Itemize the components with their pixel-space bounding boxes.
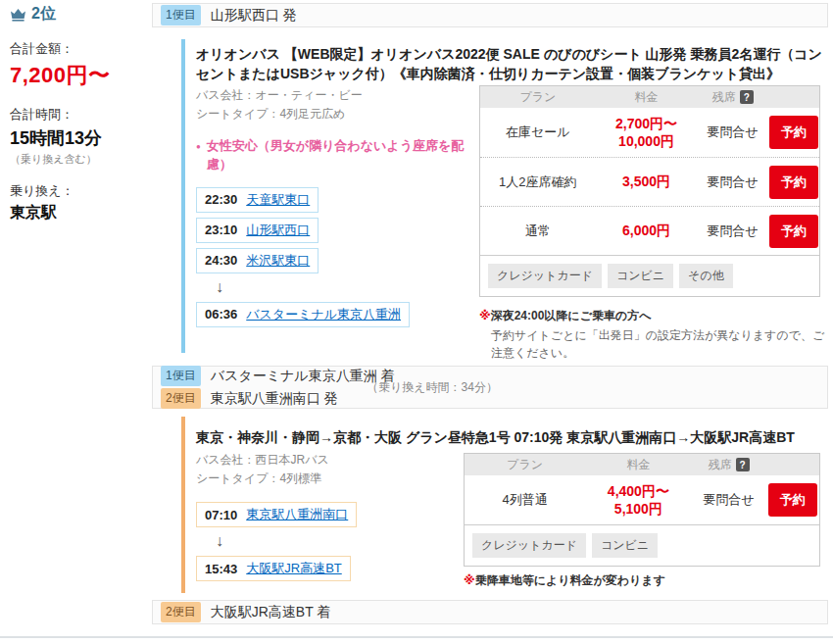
bus2-title: 東京・神奈川・静岡→京都・大阪 グラン昼特急1号 07:10発 東京駅八重洲南口…: [196, 428, 825, 448]
timeline-stop: 15:43 大阪駅JR高速BT: [196, 556, 478, 581]
down-arrow-icon: ↓: [216, 532, 478, 550]
plan-price-line1: 6,000円: [596, 222, 698, 239]
leg2-departure-title: 東京駅八重洲南口 発: [211, 390, 338, 408]
payment-tag: その他: [679, 264, 733, 288]
plan-row: 通常 6,000円 要問合せ 予約: [480, 206, 819, 255]
payment-tag: コンビニ: [608, 264, 673, 288]
plan-price-line1: 2,700円〜: [596, 115, 698, 132]
timeline-stop: 23:10 山形駅西口: [196, 218, 478, 243]
payment-tag: クレジットカード: [488, 264, 602, 288]
bus1-title: オリオンバス 【WEB限定】オリオンバス2022便 SALE のびのびシート 山…: [196, 45, 825, 83]
transfer-station: 東京駅: [10, 203, 149, 223]
plan-price: 2,700円〜 10,000円: [596, 115, 698, 150]
transfer-time: （乗り換え時間：34分）: [367, 379, 498, 396]
bus1-seat-type: シートタイプ：4列足元広め: [196, 105, 478, 124]
reserve-button[interactable]: 予約: [769, 215, 818, 248]
stop-time: 15:43: [205, 562, 237, 576]
payment-tag: コンビニ: [592, 533, 658, 558]
bus-search-result-card: 2位 合計金額： 7,200円〜 合計時間： 15時間13分 （乗り換え含む） …: [0, 0, 833, 644]
stop-time: 24:30: [205, 253, 237, 268]
price-table-header: プラン 料金 残席 ?: [465, 454, 819, 475]
bus1-details: バス会社：オー・ティー・ビー シートタイプ：4列足元広め ● 女性安心（男女が隣…: [196, 86, 478, 332]
leg1-departure-title: 山形駅西口 発: [211, 7, 297, 25]
plan-price-line1: 3,500円: [596, 173, 698, 190]
leg1-timeline-rail: [181, 39, 185, 353]
plan-row: 1人2座席確約 3,500円 要問合せ 予約: [480, 157, 819, 206]
plan-seats: 要問合せ: [692, 491, 766, 509]
plan-price: 6,000円: [596, 222, 698, 239]
stop-station-link[interactable]: 東京駅八重洲南口: [246, 506, 348, 523]
leg2-badge: 2便目: [161, 602, 201, 622]
bottom-divider: [0, 636, 833, 638]
stop-station-link[interactable]: バスターミナル東京八重洲: [246, 306, 401, 323]
plan-price: 3,500円: [596, 173, 698, 190]
timeline-stop: 24:30 米沢駅東口: [196, 248, 478, 273]
plan-row: 在庫セール 2,700円〜 10,000円 要問合せ 予約: [480, 108, 819, 157]
note-mark: ※: [464, 573, 475, 587]
bus1-feature: ● 女性安心（男女が隣り合わないよう座席を配慮）: [196, 137, 478, 173]
plan-row: 4列普通 4,400円〜 5,100円 要問合せ 予約: [465, 475, 819, 524]
payment-tag: クレジットカード: [472, 533, 586, 558]
rank-row: 2位: [10, 4, 149, 25]
payment-methods: クレジットカード コンビニ その他: [480, 255, 819, 296]
note-body: 予約サイトごとに「出発日」の設定方法が異なりますので、ご注意ください。: [491, 326, 826, 362]
leg1-departure-header: 1便目 山形駅西口 発: [152, 3, 828, 27]
stop-station-link[interactable]: 米沢駅東口: [246, 252, 310, 270]
plan-name: 在庫セール: [480, 124, 596, 141]
plan-price-line2: 5,100円: [585, 500, 692, 518]
bus2-company: バス会社：西日本JRバス: [196, 451, 478, 470]
bus2-details: バス会社：西日本JRバス シートタイプ：4列標準 07:10 東京駅八重洲南口 …: [196, 451, 478, 586]
bus1-company: バス会社：オー・ティー・ビー: [196, 86, 478, 105]
bus1-timeline: 22:30 天童駅東口 23:10 山形駅西口 24:30 米沢駅東口 ↓: [196, 187, 478, 327]
col-seats-label: 残席: [712, 89, 736, 106]
stop-station-link[interactable]: 大阪駅JR高速BT: [246, 560, 342, 577]
stop-station-link[interactable]: 天童駅東口: [246, 191, 310, 209]
crown-icon: [10, 8, 26, 22]
timeline-stop: 07:10 東京駅八重洲南口: [196, 502, 478, 527]
total-price-value: 7,200円〜: [10, 61, 149, 90]
plan-seats: 要問合せ: [697, 173, 768, 191]
help-icon[interactable]: ?: [736, 458, 750, 471]
reserve-button[interactable]: 予約: [768, 483, 817, 517]
plan-price-line1: 4,400円〜: [585, 482, 692, 500]
reserve-button[interactable]: 予約: [769, 116, 818, 149]
note-head: 深夜24:00以降にご乗車の方へ: [491, 309, 652, 322]
plan-name: 通常: [480, 223, 596, 240]
stop-time: 06:36: [205, 307, 237, 322]
timeline-stop: 06:36 バスターミナル東京八重洲: [196, 302, 478, 327]
reserve-button[interactable]: 予約: [769, 166, 818, 199]
plan-name: 1人2座席確約: [480, 173, 596, 191]
result-summary-sidebar: 2位 合計金額： 7,200円〜 合計時間： 15時間13分 （乗り換え含む） …: [10, 4, 149, 223]
bus2-price-table: プラン 料金 残席 ? 4列普通 4,400円〜 5,100円 要問合せ 予約 …: [464, 453, 820, 567]
col-plan: プラン: [465, 457, 585, 473]
stop-station-link[interactable]: 山形駅西口: [246, 222, 310, 239]
stop-time: 23:10: [205, 223, 237, 237]
bus1-price-table: プラン 料金 残席 ? 在庫セール 2,700円〜 10,000円 要問合せ 予…: [479, 85, 820, 297]
leg1-badge: 1便目: [161, 366, 201, 386]
note-mark: ※: [479, 309, 491, 322]
rank-label: 2位: [31, 4, 56, 25]
total-time-note: （乗り換え含む）: [10, 152, 149, 167]
col-price: 料金: [596, 89, 698, 106]
price-table-header: プラン 料金 残席 ?: [480, 86, 819, 108]
bus1-note: ※深夜24:00以降にご乗車の方へ 予約サイトごとに「出発日」の設定方法が異なり…: [479, 308, 826, 362]
transfer-header: 1便目 バスターミナル東京八重洲 着 2便目 東京駅八重洲南口 発 （乗り換え時…: [152, 366, 828, 409]
bus2-note: ※乗降車地等により料金が変わります: [464, 572, 816, 589]
down-arrow-icon: ↓: [216, 278, 478, 296]
bus2-seat-type: シートタイプ：4列標準: [196, 470, 478, 488]
total-price-label: 合計金額：: [10, 40, 149, 58]
help-icon[interactable]: ?: [740, 90, 754, 104]
payment-methods: クレジットカード コンビニ: [465, 524, 819, 566]
leg2-badge: 2便目: [161, 388, 201, 409]
stop-time: 07:10: [205, 508, 237, 522]
leg2-arrival-header: 2便目 大阪駅JR高速BT 着: [152, 600, 828, 624]
col-seats: 残席 ?: [692, 457, 766, 473]
total-time-value: 15時間13分: [10, 126, 149, 150]
col-seats: 残席 ?: [697, 89, 768, 106]
note-head: 乗降車地等により料金が変わります: [475, 573, 665, 587]
plan-seats: 要問合せ: [697, 124, 768, 141]
leg2-timeline-rail: [181, 417, 185, 593]
bus2-timeline: 07:10 東京駅八重洲南口 ↓ 15:43 大阪駅JR高速BT: [196, 502, 478, 581]
plan-price: 4,400円〜 5,100円: [585, 482, 692, 518]
bus1-feature-text: 女性安心（男女が隣り合わないよう座席を配慮）: [207, 137, 478, 173]
